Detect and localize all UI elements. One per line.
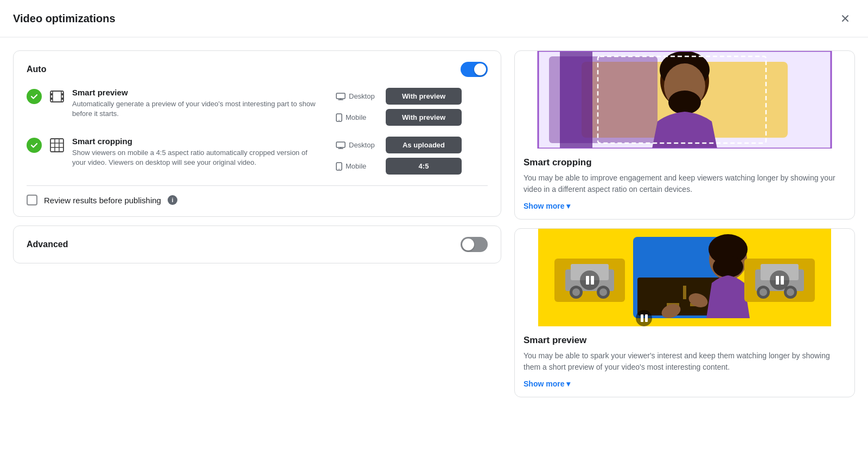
svg-rect-15	[336, 142, 345, 147]
smart-cropping-title: Smart cropping	[72, 137, 323, 146]
smart-cropping-info: Smart cropping Show viewers on mobile a …	[72, 137, 323, 167]
mobile-icon-2	[336, 162, 342, 171]
svg-rect-37	[586, 276, 589, 285]
svg-point-61	[770, 270, 789, 290]
svg-point-24	[668, 91, 701, 114]
svg-point-35	[599, 288, 607, 296]
smart-cropping-card-title: Smart cropping	[524, 157, 846, 168]
check-icon-2	[30, 141, 38, 149]
smart-preview-row: Smart preview Automatically generate a p…	[27, 88, 488, 126]
smart-cropping-info-card: Smart cropping You may be able to improv…	[514, 50, 855, 220]
svg-rect-7	[336, 93, 345, 99]
smart-cropping-image	[515, 51, 854, 149]
close-icon	[840, 13, 851, 24]
mobile-icon	[336, 113, 342, 122]
mobile-label-2: Mobile	[346, 162, 366, 170]
smart-cropping-desktop-btn[interactable]: As uploaded	[386, 137, 462, 153]
desktop-icon-2	[336, 141, 346, 149]
svg-rect-38	[591, 276, 594, 285]
crop-grid-icon	[49, 138, 65, 153]
crop-illustration-svg	[515, 51, 854, 149]
preview-illustration-svg	[515, 229, 854, 326]
modal-header: Video optimizations	[0, 0, 868, 37]
modal-title: Video optimizations	[13, 12, 116, 25]
info-letter: i	[171, 197, 173, 203]
smart-preview-controls: Desktop With preview Mobile	[336, 88, 488, 126]
smart-preview-card-desc: You may be able to spark your viewer's i…	[524, 350, 846, 373]
smart-cropping-controls: Desktop As uploaded Mobile	[336, 137, 488, 175]
crop-icon	[48, 137, 66, 154]
auto-toggle-slider	[461, 62, 488, 77]
desktop-device-label: Desktop	[336, 92, 379, 100]
chevron-down-icon-preview: ▾	[566, 379, 570, 388]
desktop-icon	[336, 93, 346, 100]
advanced-toggle-slider	[461, 237, 488, 252]
smart-cropping-desc: Show viewers on mobile a 4:5 aspect rati…	[72, 148, 323, 167]
smart-cropping-mobile-row: Mobile 4:5	[336, 158, 488, 175]
advanced-header: Advanced	[27, 237, 488, 252]
svg-rect-53	[645, 314, 648, 322]
review-label: Review results before publishing	[44, 196, 161, 205]
smart-preview-mobile-row: Mobile With preview	[336, 109, 488, 126]
film-icon	[48, 88, 66, 105]
desktop-label: Desktop	[349, 92, 375, 100]
show-more-preview-label: Show more	[524, 379, 564, 388]
advanced-toggle[interactable]	[461, 237, 488, 252]
svg-rect-62	[776, 276, 779, 285]
smart-preview-info-card: Smart preview You may be able to spark y…	[514, 228, 855, 397]
right-panel: Smart cropping You may be able to improv…	[514, 50, 855, 451]
review-info-icon[interactable]: i	[168, 195, 177, 205]
smart-preview-mobile-btn[interactable]: With preview	[386, 109, 462, 126]
modal-container: Video optimizations Auto	[0, 0, 868, 464]
modal-body: Auto	[0, 37, 868, 464]
film-reel-icon	[49, 89, 65, 104]
svg-rect-26	[560, 51, 592, 149]
svg-point-60	[787, 288, 794, 296]
smart-preview-image	[515, 229, 854, 326]
auto-header: Auto	[27, 62, 488, 77]
show-more-crop-label: Show more	[524, 202, 564, 210]
check-icon	[30, 93, 38, 100]
smart-preview-check	[27, 89, 42, 104]
svg-rect-52	[641, 314, 643, 322]
advanced-label: Advanced	[27, 240, 68, 249]
svg-point-33	[572, 288, 580, 296]
mobile-device-label-2: Mobile	[336, 162, 379, 171]
svg-point-50	[713, 256, 743, 278]
svg-point-58	[760, 288, 767, 296]
mobile-device-label: Mobile	[336, 113, 379, 122]
desktop-device-label-2: Desktop	[336, 141, 379, 149]
svg-point-51	[636, 310, 652, 326]
smart-preview-card-body: Smart preview You may be able to spark y…	[515, 326, 854, 397]
desktop-label-2: Desktop	[349, 141, 375, 149]
smart-preview-card-title: Smart preview	[524, 335, 846, 346]
smart-preview-info: Smart preview Automatically generate a p…	[72, 88, 323, 119]
auto-label: Auto	[27, 65, 46, 74]
left-panel: Auto	[13, 50, 501, 451]
mobile-label: Mobile	[346, 113, 366, 121]
review-checkbox[interactable]	[27, 195, 37, 205]
smart-cropping-card-desc: You may be able to improve engagement an…	[524, 172, 846, 195]
smart-cropping-desktop-row: Desktop As uploaded	[336, 137, 488, 153]
smart-cropping-check	[27, 138, 42, 153]
auto-toggle[interactable]	[461, 62, 488, 77]
smart-preview-desktop-btn[interactable]: With preview	[386, 88, 462, 105]
smart-preview-desktop-row: Desktop With preview	[336, 88, 488, 105]
svg-rect-63	[781, 276, 784, 285]
svg-rect-10	[50, 139, 63, 152]
smart-preview-show-more-btn[interactable]: Show more ▾	[524, 379, 570, 388]
review-row: Review results before publishing i	[27, 195, 488, 205]
chevron-down-icon-crop: ▾	[566, 202, 570, 210]
smart-cropping-row: Smart cropping Show viewers on mobile a …	[27, 137, 488, 175]
svg-point-17	[339, 169, 340, 170]
auto-card: Auto	[13, 50, 501, 217]
smart-cropping-card-body: Smart cropping You may be able to improv…	[515, 149, 854, 219]
svg-point-9	[339, 120, 340, 121]
smart-cropping-mobile-btn[interactable]: 4:5	[386, 158, 462, 175]
smart-preview-title: Smart preview	[72, 88, 323, 97]
advanced-card: Advanced	[13, 225, 501, 263]
svg-point-36	[580, 270, 599, 290]
section-divider	[27, 185, 488, 186]
smart-cropping-show-more-btn[interactable]: Show more ▾	[524, 202, 570, 210]
close-button[interactable]	[835, 9, 855, 28]
